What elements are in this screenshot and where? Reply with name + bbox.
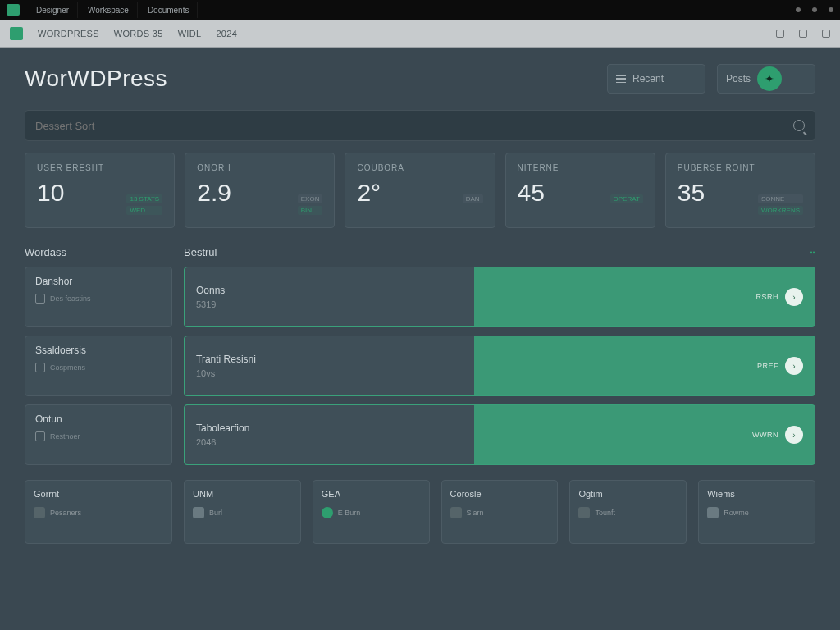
tab-2[interactable]: Workspace: [80, 2, 138, 18]
box-icon: [34, 507, 45, 518]
bcol-6-h: Wiems: [707, 489, 806, 499]
add-button[interactable]: ✦: [757, 66, 782, 91]
stat-card-2[interactable]: ONOR I 2.9 EXON BIN: [185, 153, 335, 228]
stat-4-chip-a: OPERAT: [610, 194, 643, 203]
toolbar-item-3[interactable]: 2024: [216, 29, 237, 39]
stat-card-5[interactable]: PUBERSE ROINT 35 SONNE WORKRENS: [665, 153, 815, 228]
toolbar-user-icon[interactable]: [822, 30, 830, 38]
bar-2-sub: 10vs: [196, 368, 256, 378]
sidebar: Wordass Danshor Des feastins Ssaldoersis…: [25, 241, 172, 473]
stat-1-value: 10: [37, 179, 64, 207]
toolbar-list-icon[interactable]: [799, 30, 807, 38]
bar-1[interactable]: Oonns 5319 RSRH ›: [184, 267, 815, 327]
toolbar-settings-icon[interactable]: [776, 30, 784, 38]
bcol-3-h: GEA: [322, 489, 421, 499]
page-title: WorWDPress: [25, 66, 167, 92]
side-card-2[interactable]: Ssaldoersis Cospmens: [25, 336, 172, 396]
side-card-2-sub: Cospmens: [50, 363, 85, 372]
box-icon-3: [578, 507, 590, 518]
bcol-2-t: Burl: [209, 509, 222, 517]
window-close-icon[interactable]: [829, 7, 833, 12]
bcol-5[interactable]: Ogtim Tounft: [569, 480, 687, 544]
bar-2-title: Tranti Resisni: [196, 354, 256, 365]
stat-1-label: USER ERESHT: [37, 163, 162, 172]
sidebar-head: Wordass: [25, 241, 172, 267]
bcol-3[interactable]: GEA E Burn: [313, 480, 430, 544]
search-icon[interactable]: [793, 120, 805, 131]
bar-3-tag: WWRN: [752, 431, 778, 439]
bcol-1[interactable]: Gorrnt Pesaners: [25, 480, 172, 544]
tab-3[interactable]: Documents: [139, 2, 199, 18]
search-bar[interactable]: [25, 110, 815, 141]
filter-select-2[interactable]: Posts ✦: [717, 64, 815, 94]
calendar-icon: [35, 363, 45, 372]
window-min-icon[interactable]: [796, 7, 801, 12]
filter-select-1[interactable]: Recent: [607, 64, 705, 94]
bar-3-action-icon[interactable]: ›: [785, 426, 803, 444]
stat-5-value: 35: [678, 179, 705, 207]
bar-3-sub: 2046: [196, 437, 249, 447]
header-actions: Recent Posts ✦: [607, 64, 815, 94]
toolbar-item-1[interactable]: WORDS 35: [114, 29, 163, 39]
bcol-5-t: Tounft: [595, 509, 615, 517]
menu-icon: [616, 75, 626, 83]
stat-2-chip-b: BIN: [298, 206, 323, 215]
window-max-icon[interactable]: [812, 7, 817, 12]
stat-4-label: NITERNE: [518, 163, 643, 172]
side-card-1-title: Danshor: [35, 276, 162, 287]
stat-card-1[interactable]: USER ERESHT 10 13 STATS WED: [25, 153, 175, 228]
stat-3-value: 2°: [357, 179, 381, 207]
stat-2-value: 2.9: [197, 179, 231, 207]
stat-1-chip-b: WED: [126, 206, 162, 215]
bar-1-title: Oonns: [196, 285, 225, 296]
bar-2[interactable]: Tranti Resisni 10vs PREF ›: [184, 336, 815, 396]
search-input[interactable]: [35, 120, 793, 132]
bar-1-action-icon[interactable]: ›: [785, 288, 803, 306]
bar-2-action-icon[interactable]: ›: [785, 357, 803, 375]
tab-1[interactable]: Designer: [28, 2, 78, 18]
sidebar-head-label: Wordass: [25, 246, 66, 258]
stat-4-value: 45: [518, 179, 545, 207]
logo-icon: [10, 27, 23, 40]
bars-head: Bestrul ▪▪: [184, 241, 815, 267]
stat-card-3[interactable]: COUBORA 2° DAN: [345, 153, 495, 228]
content-bars: Bestrul ▪▪ Oonns 5319 RSRH › Tranti Resi…: [184, 241, 815, 473]
dot-icon: [322, 507, 333, 518]
stat-5-label: PUBERSE ROINT: [678, 163, 803, 172]
toolbar-item-2[interactable]: WIDL: [178, 29, 202, 39]
bar-3-title: Tabolearfion: [196, 422, 249, 434]
bcol-4-t: Slarn: [467, 509, 484, 517]
bar-3[interactable]: Tabolearfion 2046 WWRN ›: [184, 404, 815, 465]
side-card-3-sub: Restnoer: [50, 432, 80, 441]
filter-select-1-label: Recent: [632, 73, 664, 84]
stat-3-label: COUBORA: [357, 163, 482, 172]
toolbar: WORDPRESS WORDS 35 WIDL 2024: [0, 20, 840, 48]
stat-3-chip-b: DAN: [463, 194, 483, 203]
bar-2-tag: PREF: [757, 362, 778, 370]
bcol-3-t: E Burn: [338, 509, 361, 517]
side-card-1-sub: Des feastins: [50, 294, 91, 303]
stat-1-chip-a: 13 STATS: [126, 194, 162, 203]
bars-head-indicator-icon[interactable]: ▪▪: [810, 248, 815, 257]
toolbar-brand[interactable]: WORDPRESS: [38, 29, 99, 39]
side-card-3[interactable]: Ontun Restnoer: [25, 404, 172, 465]
shield-icon-2: [707, 507, 719, 518]
side-card-2-title: Ssaldoersis: [35, 345, 162, 356]
stats-row: USER ERESHT 10 13 STATS WED ONOR I 2.9 E…: [0, 153, 840, 241]
page-header: WorWDPress Recent Posts ✦: [0, 48, 840, 105]
flag-icon: [35, 294, 45, 304]
bcol-2[interactable]: UNM Burl: [184, 480, 301, 544]
shield-icon: [193, 507, 204, 518]
tab-strip: Designer Workspace Documents: [0, 0, 840, 20]
box-icon-2: [450, 507, 462, 518]
bar-1-tag: RSRH: [756, 293, 778, 301]
app-badge-icon: [7, 4, 20, 16]
bcol-6[interactable]: Wiems Rowme: [698, 480, 815, 544]
stat-5-chip-a: SONNE: [758, 194, 803, 203]
side-card-1[interactable]: Danshor Des feastins: [25, 267, 172, 327]
bcol-1-h: Gorrnt: [34, 489, 163, 499]
bar-1-sub: 5319: [196, 299, 225, 309]
bcol-4[interactable]: Corosle Slarn: [441, 480, 559, 544]
stat-card-4[interactable]: NITERNE 45 OPERAT: [505, 153, 655, 228]
main-grid: Wordass Danshor Des feastins Ssaldoersis…: [0, 241, 840, 473]
